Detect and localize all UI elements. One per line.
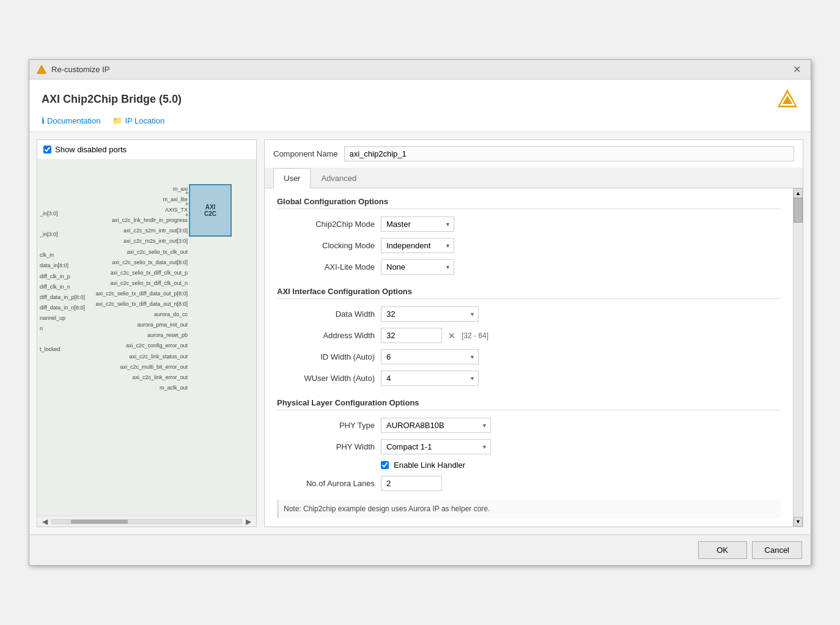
aurora-lanes-label: No.of Aurora Lanes bbox=[277, 479, 375, 488]
signal-label: diff_clk_in_n bbox=[40, 282, 85, 292]
axi-lite-mode-row: AXI-Lite Mode None Master Slave bbox=[277, 259, 781, 275]
cancel-button[interactable]: Cancel bbox=[752, 541, 802, 559]
wuser-width-select-wrapper: 2 4 8 bbox=[381, 371, 479, 386]
app-icon bbox=[37, 65, 46, 75]
phy-type-select[interactable]: AURORA8B10B AURORA64B66B NONE bbox=[381, 418, 491, 433]
scroll-down-button[interactable]: ▼ bbox=[794, 517, 803, 527]
signal-right-label: axi_c2c_lnk_hndlr_in_progress bbox=[96, 215, 188, 226]
clocking-mode-select[interactable]: Independent Common bbox=[381, 238, 454, 253]
chip2chip-mode-select[interactable]: Master Slave bbox=[381, 216, 454, 232]
axi-lite-mode-select-wrapper: None Master Slave bbox=[381, 259, 454, 275]
enable-link-handler-row: Enable Link Handler bbox=[381, 460, 781, 470]
address-width-clear-icon[interactable]: ✕ bbox=[448, 331, 455, 341]
main-window: Re-customize IP ✕ AXI Chip2Chip Bridge (… bbox=[29, 59, 811, 566]
signal-right-label: axi_c2c_selio_tx_diff_clk_out_p bbox=[96, 268, 188, 278]
address-width-input[interactable] bbox=[381, 328, 442, 343]
window-title: Re-customize IP bbox=[51, 65, 109, 74]
axi-lite-mode-label: AXI-Lite Mode bbox=[277, 262, 375, 272]
chip2chip-mode-select-wrapper: Master Slave bbox=[381, 216, 454, 232]
disabled-ports-check[interactable] bbox=[43, 146, 51, 153]
signal-label: diff_data_in_p[8:0] bbox=[40, 292, 85, 303]
diagram-area: _in[3:0] _in[3:0] clk_in data_in[8:0] di… bbox=[37, 160, 256, 516]
signal-right-label: axi_c2c_s2m_intr_out[3:0] bbox=[96, 226, 188, 236]
axi-lite-mode-select[interactable]: None Master Slave bbox=[381, 259, 454, 275]
signal-label: nannel_up bbox=[40, 313, 85, 324]
signal-label: data_in[8:0] bbox=[40, 261, 85, 271]
scroll-right-button[interactable]: ▶ bbox=[242, 516, 255, 527]
scroll-track-h bbox=[51, 519, 242, 524]
signal-right-label: m_aclk_out bbox=[96, 383, 188, 393]
wuser-width-select[interactable]: 2 4 8 bbox=[381, 371, 479, 386]
component-name-label: Component Name bbox=[273, 149, 338, 158]
horizontal-scrollbar[interactable]: ◀ ▶ bbox=[37, 516, 256, 527]
chip2chip-mode-row: Chip2Chip Mode Master Slave bbox=[277, 216, 781, 232]
signal-right-label: AXIS_TX bbox=[96, 205, 188, 215]
signal-label bbox=[40, 334, 85, 344]
config-content: Global Configuration Options Chip2Chip M… bbox=[265, 188, 793, 527]
svg-marker-0 bbox=[37, 65, 46, 73]
tab-advanced[interactable]: Advanced bbox=[311, 168, 367, 188]
data-width-label: Data Width bbox=[277, 309, 375, 319]
wuser-width-label: WUser Width (Auto) bbox=[277, 374, 375, 383]
right-panel: Component Name User Advanced Global Conf… bbox=[264, 139, 803, 527]
signal-right-label: axi_c2c_link_error_out bbox=[96, 372, 188, 383]
footer-bar: OK Cancel bbox=[29, 534, 811, 565]
vertical-scrollbar[interactable]: ▲ ▼ bbox=[793, 188, 803, 527]
close-button[interactable]: ✕ bbox=[790, 64, 803, 75]
app-header: AXI Chip2Chip Bridge (5.0) ℹ Documentati… bbox=[29, 80, 811, 132]
data-width-select[interactable]: 32 64 128 256 bbox=[381, 306, 479, 322]
signal-right-label: axi_c2c_multi_bit_error_out bbox=[96, 362, 188, 372]
xilinx-logo bbox=[776, 88, 798, 110]
scroll-track-v bbox=[794, 198, 803, 517]
tab-user[interactable]: User bbox=[273, 168, 311, 188]
signal-label: n bbox=[40, 324, 85, 334]
signal-right-label: axi_c2c_selio_tx_clk_out bbox=[96, 247, 188, 257]
phy-width-select[interactable]: Compact 1-1 Standard Wide bbox=[381, 439, 491, 454]
scroll-thumb-v bbox=[794, 198, 803, 223]
enable-link-handler-checkbox[interactable] bbox=[381, 461, 389, 469]
left-panel: Show disabled ports _in[3:0] _in[3:0] cl… bbox=[37, 139, 257, 527]
chip-block: AXI C2C bbox=[189, 184, 232, 237]
scroll-thumb-h bbox=[71, 520, 128, 523]
signal-right-label: aurora_reset_pb bbox=[96, 330, 188, 341]
signal-right-label: m_axi_lite bbox=[96, 194, 188, 205]
signal-label: _in[3:0] bbox=[40, 229, 85, 240]
chip2chip-mode-label: Chip2Chip Mode bbox=[277, 220, 375, 229]
ip-location-link[interactable]: 📁 IP Location bbox=[112, 116, 164, 125]
folder-icon: 📁 bbox=[112, 116, 122, 125]
signals-right-col: m_axi m_axi_lite AXIS_TX axi_c2c_lnk_hnd… bbox=[96, 184, 188, 393]
note-text: Note: Chip2chip example design uses Auro… bbox=[277, 500, 781, 518]
data-width-select-wrapper: 32 64 128 256 bbox=[381, 306, 479, 322]
scroll-up-button[interactable]: ▲ bbox=[794, 188, 803, 198]
scroll-left-button[interactable]: ◀ bbox=[39, 516, 51, 527]
signal-label: clk_in bbox=[40, 250, 85, 261]
signal-right-label: aurora_pma_init_out bbox=[96, 320, 188, 330]
title-bar: Re-customize IP ✕ bbox=[29, 60, 811, 80]
ok-button[interactable]: OK bbox=[698, 541, 747, 559]
signal-right-label: axi_c2c_config_error_out bbox=[96, 341, 188, 351]
id-width-select[interactable]: 4 6 8 bbox=[381, 349, 479, 364]
id-width-select-wrapper: 4 6 8 bbox=[381, 349, 479, 364]
section-global-title: Global Configuration Options bbox=[277, 197, 781, 209]
phy-type-select-wrapper: AURORA8B10B AURORA64B66B NONE bbox=[381, 418, 491, 433]
signal-label bbox=[40, 240, 85, 250]
app-links: ℹ Documentation 📁 IP Location bbox=[42, 116, 798, 125]
signal-label: t_locked bbox=[40, 344, 85, 355]
address-width-label: Address Width bbox=[277, 331, 375, 340]
show-disabled-ports-checkbox[interactable]: Show disabled ports bbox=[43, 145, 127, 154]
app-title-row: AXI Chip2Chip Bridge (5.0) bbox=[42, 88, 798, 110]
signals-left-col: _in[3:0] _in[3:0] clk_in data_in[8:0] di… bbox=[40, 209, 85, 355]
id-width-row: ID Width (Auto) 4 6 8 bbox=[277, 349, 781, 364]
aurora-lanes-input[interactable] bbox=[381, 476, 442, 491]
documentation-link[interactable]: ℹ Documentation bbox=[42, 116, 100, 125]
signal-label: _in[3:0] bbox=[40, 209, 85, 219]
phy-width-select-wrapper: Compact 1-1 Standard Wide bbox=[381, 439, 491, 454]
phy-type-row: PHY Type AURORA8B10B AURORA64B66B NONE bbox=[277, 418, 781, 433]
wuser-width-row: WUser Width (Auto) 2 4 8 bbox=[277, 371, 781, 386]
signal-label: diff_clk_in_p bbox=[40, 272, 85, 282]
signal-right-label: axi_c2c_link_status_out bbox=[96, 352, 188, 362]
signal-right-label: aurora_do_cc bbox=[96, 309, 188, 320]
component-name-input[interactable] bbox=[344, 146, 795, 161]
signal-right-label: m_axi bbox=[96, 184, 188, 194]
config-scroll-area: Global Configuration Options Chip2Chip M… bbox=[265, 188, 803, 527]
